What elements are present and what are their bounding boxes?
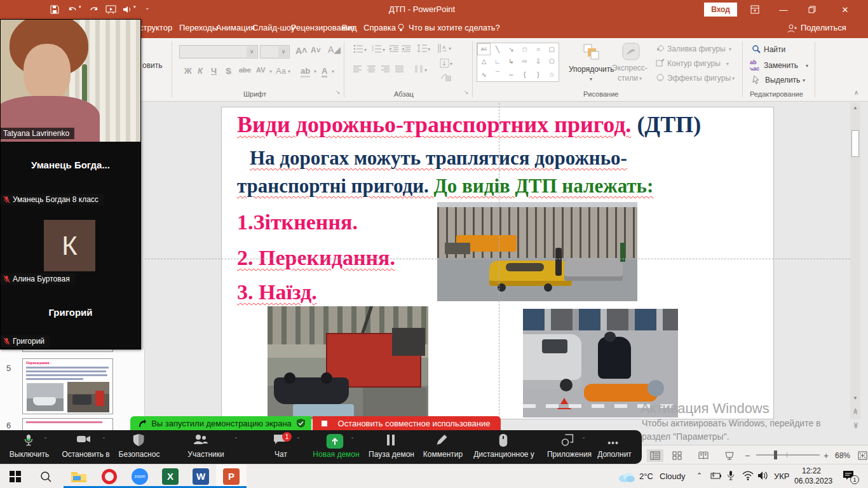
scrollbar-thumb[interactable] bbox=[851, 130, 859, 157]
chevron-down-icon[interactable]: ˇ bbox=[44, 437, 46, 443]
numbering-icon[interactable]: 12 bbox=[372, 44, 382, 56]
decrease-indent-icon[interactable] bbox=[390, 44, 399, 56]
change-case-button[interactable]: Aa bbox=[276, 66, 286, 76]
paste-button-fragment[interactable]: овить bbox=[142, 61, 163, 70]
chat-button[interactable]: Чат bbox=[275, 450, 287, 459]
paragraph-dialog-launcher-icon[interactable]: ↘ bbox=[464, 89, 469, 95]
tellme-search-input[interactable]: Что вы хотите сделать? bbox=[409, 23, 500, 32]
tab-view[interactable]: Вид bbox=[342, 23, 357, 32]
speaker-icon[interactable] bbox=[122, 4, 133, 15]
reading-view-icon[interactable] bbox=[695, 449, 712, 462]
chevron-down-icon[interactable]: ▾ bbox=[803, 78, 805, 83]
microphone-icon[interactable] bbox=[24, 434, 34, 449]
clock-date[interactable]: 06.03.2023 bbox=[794, 477, 832, 485]
decrease-font-icon[interactable]: A˅ bbox=[311, 46, 321, 55]
tab-slideshow[interactable]: Слайд-шоу bbox=[252, 23, 295, 32]
increase-indent-icon[interactable] bbox=[402, 44, 411, 56]
zoom-in-icon[interactable]: + bbox=[824, 451, 829, 461]
fit-slide-to-window-icon[interactable] bbox=[854, 449, 868, 462]
align-text-icon[interactable] bbox=[440, 58, 449, 71]
stop-sharing-bar[interactable]: Остановить совместное использование bbox=[313, 416, 501, 430]
clear-formatting-icon[interactable]: A◢ bbox=[328, 44, 341, 55]
security-button[interactable]: Безопаснос bbox=[119, 450, 160, 459]
slide-title[interactable]: Види дорожньо-транспортних пригод. (ДТП) bbox=[237, 111, 701, 138]
line-spacing-icon[interactable] bbox=[417, 44, 427, 56]
apps-button[interactable]: Приложения bbox=[547, 450, 592, 459]
shape-left-brace-icon[interactable]: { bbox=[518, 67, 531, 81]
word-button[interactable]: W bbox=[186, 464, 216, 488]
weather-condition[interactable]: Cloudy bbox=[660, 471, 685, 481]
speaker-dropdown-icon[interactable]: ▾ bbox=[133, 4, 139, 15]
underline-button[interactable]: Ч bbox=[211, 66, 217, 76]
photo-collision[interactable] bbox=[437, 202, 637, 301]
photo-overturned-car[interactable] bbox=[268, 306, 428, 419]
chevron-down-icon[interactable]: ▾ bbox=[732, 76, 735, 81]
camera-icon[interactable] bbox=[77, 434, 91, 447]
shape-line-icon[interactable]: ╲ bbox=[491, 43, 504, 55]
more-button[interactable]: Дополнит bbox=[597, 450, 632, 459]
tray-mic-icon[interactable] bbox=[727, 470, 735, 484]
minimize-icon[interactable]: — bbox=[771, 0, 796, 19]
shape-down-arrow-icon[interactable]: ⇩ bbox=[531, 55, 545, 67]
remote-control-icon[interactable] bbox=[499, 434, 508, 449]
chevron-down-icon[interactable]: ▾ bbox=[449, 46, 451, 51]
slide-body-line2[interactable]: транспортні пригоди. До видів ДТП належа… bbox=[237, 175, 653, 198]
slide-list-item-3[interactable]: 3. Наїзд. bbox=[237, 280, 317, 304]
slide-5-thumbnail[interactable]: Перекидання - bbox=[22, 358, 113, 414]
justify-icon[interactable] bbox=[395, 65, 404, 76]
shape-oval-icon[interactable]: ○ bbox=[531, 43, 545, 55]
shape-arc-icon[interactable]: ⌒ bbox=[491, 67, 504, 81]
font-color-button[interactable]: А bbox=[322, 66, 327, 78]
zoom-level[interactable]: 68% bbox=[835, 451, 850, 460]
zoom-out-icon[interactable]: − bbox=[745, 451, 750, 461]
taskbar-search-button[interactable] bbox=[31, 464, 61, 488]
chevron-down-icon[interactable]: ▾ bbox=[332, 69, 334, 74]
battery-icon[interactable] bbox=[710, 471, 722, 483]
quick-styles-button-line1[interactable]: Экспресс- bbox=[612, 64, 648, 72]
chevron-down-icon[interactable]: ▾ bbox=[726, 61, 729, 67]
ribbon-display-options-icon[interactable] bbox=[742, 0, 768, 19]
redo-icon[interactable] bbox=[89, 4, 100, 15]
highlight-color-button[interactable]: ab bbox=[301, 66, 310, 78]
arrange-button[interactable]: Упорядочить bbox=[569, 65, 614, 74]
start-slideshow-icon[interactable] bbox=[105, 4, 117, 15]
previous-slide-icon[interactable]: ≪ bbox=[852, 407, 859, 416]
wifi-icon[interactable] bbox=[742, 471, 754, 483]
undo-dropdown-icon[interactable]: ▾ bbox=[79, 4, 84, 15]
slide-list-item-2[interactable]: 2. Перекидання. bbox=[237, 246, 395, 270]
zoom-slider-thumb[interactable] bbox=[774, 451, 777, 459]
chevron-down-icon[interactable]: ˇ bbox=[583, 437, 585, 443]
slideshow-view-icon[interactable] bbox=[721, 449, 738, 462]
align-left-icon[interactable] bbox=[353, 65, 362, 76]
shapes-gallery[interactable]: A≡ ╲ ↘ □ ○ ▢ △ ∟ ↳ ⇨ ⇩ ⬠ ∿ ⌒ ∼ { } ☆ bbox=[477, 43, 559, 82]
chevron-down-icon[interactable]: ˇ bbox=[235, 437, 237, 443]
replace-button[interactable]: Заменить bbox=[764, 61, 798, 70]
signin-button[interactable]: Вход bbox=[704, 3, 737, 17]
security-shield-icon[interactable] bbox=[297, 419, 305, 428]
font-name-combobox[interactable]: ∨ bbox=[179, 45, 258, 58]
chevron-down-icon[interactable]: ∨ bbox=[278, 46, 288, 57]
slide-body-line1[interactable]: На дорогах можуть траплятися дорожньо- bbox=[250, 147, 627, 170]
font-size-combobox[interactable]: ∨ bbox=[260, 45, 290, 58]
zoom-app-button[interactable]: zoom bbox=[125, 464, 155, 488]
new-share-icon[interactable] bbox=[327, 434, 344, 451]
shape-textbox-icon[interactable]: A≡ bbox=[477, 43, 491, 55]
chevron-down-icon[interactable]: ▾ bbox=[729, 46, 731, 52]
tab-animations[interactable]: Анимация bbox=[216, 23, 255, 32]
columns-icon[interactable] bbox=[414, 65, 423, 76]
chevron-down-icon[interactable]: ▾ bbox=[314, 69, 316, 74]
chevron-down-icon[interactable]: ▾ bbox=[424, 67, 427, 73]
bullets-icon[interactable] bbox=[353, 44, 363, 56]
chevron-down-icon[interactable]: ▾ bbox=[364, 47, 367, 53]
align-center-icon[interactable] bbox=[367, 65, 376, 76]
security-shield-icon[interactable] bbox=[133, 434, 144, 449]
slide-6-thumbnail[interactable] bbox=[22, 418, 113, 431]
chevron-down-icon[interactable]: ▾ bbox=[428, 46, 430, 52]
chevron-down-icon[interactable]: ▾ bbox=[269, 69, 272, 74]
mute-button[interactable]: Выключить bbox=[10, 450, 49, 459]
weather-temp[interactable]: 2°C bbox=[639, 471, 653, 481]
chevron-down-icon[interactable]: ˇ bbox=[297, 437, 299, 443]
select-button[interactable]: Выделить bbox=[765, 76, 800, 85]
character-spacing-button[interactable]: AV bbox=[256, 66, 265, 74]
shape-right-brace-icon[interactable]: } bbox=[531, 67, 545, 81]
